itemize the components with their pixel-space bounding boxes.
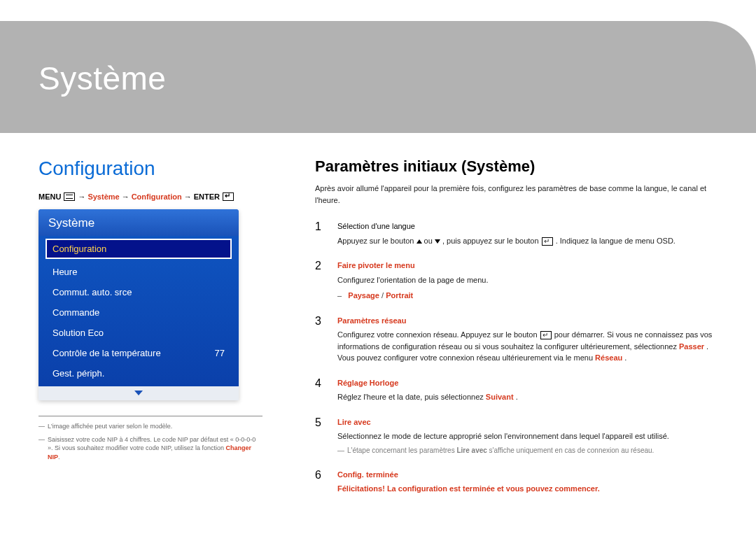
step-text: Configurez votre connexion réseau. Appuy… — [337, 329, 724, 364]
breadcrumb-menu-label: MENU — [38, 192, 61, 201]
text: . — [516, 393, 518, 401]
osd-menu-mock: Système Configuration Heure Commut. auto… — [38, 209, 239, 400]
down-arrow-icon — [435, 239, 440, 244]
dash-icon: – — [337, 291, 342, 300]
breadcrumb-arrow: → — [78, 192, 85, 201]
right-heading: Paramètres initiaux (Système) — [315, 157, 724, 176]
highlight-lire-avec: Lire avec — [456, 447, 486, 454]
step-body: Lire avec Sélectionnez le mode de lectur… — [337, 416, 724, 456]
step-title: Réglage Horloge — [337, 377, 724, 389]
left-column: Configuration MENU → Système → Configura… — [38, 157, 276, 465]
up-arrow-icon — [416, 239, 422, 244]
intro-text: Après avoir allumé l'appareil pour la pr… — [315, 183, 724, 206]
footnotes: ― L'image affichée peut varier selon le … — [38, 416, 262, 461]
step-5: 5 Lire avec Sélectionnez le mode de lect… — [315, 412, 724, 464]
step-text: Appuyez sur le bouton ou , puis appuyez … — [337, 235, 724, 247]
highlight-reseau: Réseau — [595, 353, 622, 362]
enter-icon — [540, 331, 552, 339]
step-title: Config. terminée — [337, 469, 724, 481]
osd-item-solution-eco[interactable]: Solution Eco — [46, 323, 232, 343]
step-number: 6 — [315, 469, 325, 495]
osd-item-temperature[interactable]: Contrôle de la température 77 — [46, 343, 232, 363]
text: , puis appuyez sur le bouton — [442, 237, 541, 245]
dash-icon: ― — [38, 435, 45, 462]
step-number: 2 — [315, 260, 325, 302]
footnote-body: Saisissez votre code NIP à 4 chiffres. L… — [48, 436, 255, 452]
step-number: 1 — [315, 220, 325, 246]
chapter-title: Système — [38, 59, 166, 97]
text: s'affiche uniquement en cas de connexion… — [487, 447, 654, 454]
enter-icon — [542, 237, 553, 246]
steps-list: 1 Sélection d'une langue Appuyez sur le … — [315, 216, 724, 503]
step-title: Sélection d'une langue — [337, 220, 724, 232]
highlight-suivant: Suivant — [486, 393, 514, 401]
menu-icon — [64, 192, 75, 201]
step-body: Faire pivoter le menu Configurez l'orien… — [337, 260, 724, 302]
footnote: ― L'image affichée peut varier selon le … — [38, 422, 262, 431]
step-number: 5 — [315, 416, 325, 456]
osd-item-commande[interactable]: Commande — [46, 302, 232, 323]
step-1: 1 Sélection d'une langue Appuyez sur le … — [315, 216, 724, 255]
breadcrumb: MENU → Système → Configuration → ENTER — [38, 192, 276, 201]
osd-item-heure[interactable]: Heure — [46, 262, 232, 282]
osd-item-label: Gest. périph. — [52, 368, 104, 379]
step-2: 2 Faire pivoter le menu Configurez l'ori… — [315, 255, 724, 310]
step-body: Réglage Horloge Réglez l'heure et la dat… — [337, 377, 724, 403]
breadcrumb-system: Système — [88, 192, 119, 201]
step-body: Paramètres réseau Configurez votre conne… — [337, 315, 724, 364]
osd-menu-items: Configuration Heure Commut. auto. srce C… — [38, 239, 239, 386]
step-title: Paramètres réseau — [337, 315, 724, 327]
dash-icon: ― — [337, 445, 344, 456]
osd-item-label: Contrôle de la température — [52, 348, 161, 358]
osd-menu-title: Système — [38, 209, 239, 236]
osd-item-label: Commande — [52, 307, 99, 318]
osd-item-label: Heure — [52, 267, 77, 277]
highlight-passer: Passer — [679, 342, 704, 351]
page: Système Configuration MENU → Système → C… — [0, 0, 756, 534]
footnote-tail: . — [58, 454, 60, 461]
text: . Indiquez la langue de menu OSD. — [556, 237, 676, 245]
step-text: Sélectionnez le mode de lecture appropri… — [337, 430, 724, 442]
right-column: Paramètres initiaux (Système) Après avoi… — [315, 157, 724, 503]
osd-item-commut-auto-srce[interactable]: Commut. auto. srce — [46, 282, 232, 302]
step-6: 6 Config. terminée Félicitations! La con… — [315, 464, 724, 503]
osd-item-label: Commut. auto. srce — [52, 287, 132, 297]
text: Configurez votre connexion réseau. Appuy… — [337, 330, 540, 339]
text: . — [624, 353, 626, 362]
step-4: 4 Réglage Horloge Réglez l'heure et la d… — [315, 372, 724, 412]
osd-item-value: 77 — [215, 348, 225, 358]
step-title: Faire pivoter le menu — [337, 260, 724, 272]
dash-icon: ― — [38, 422, 45, 431]
option-paysage: Paysage — [348, 291, 379, 300]
breadcrumb-arrow: → — [122, 192, 130, 201]
osd-item-gest-periph[interactable]: Gest. périph. — [46, 363, 232, 384]
step-3: 3 Paramètres réseau Configurez votre con… — [315, 310, 724, 372]
osd-item-label: Configuration — [52, 244, 106, 254]
osd-item-configuration[interactable]: Configuration — [46, 239, 232, 259]
text: L'étape concernant les paramètres — [347, 447, 456, 454]
footnote: ― Saisissez votre code NIP à 4 chiffres.… — [38, 435, 262, 462]
breadcrumb-enter-label: ENTER — [194, 192, 220, 201]
step-text: Réglez l'heure et la date, puis sélectio… — [337, 391, 724, 403]
step-number: 3 — [315, 315, 325, 364]
section-title: Configuration — [38, 157, 276, 180]
option-portrait: Portrait — [386, 291, 413, 300]
step-title: Lire avec — [337, 416, 724, 428]
enter-icon — [223, 192, 234, 201]
text: Réglez l'heure et la date, puis sélectio… — [337, 393, 486, 401]
step-subnote: ― L'étape concernant les paramètres Lire… — [337, 445, 724, 456]
breadcrumb-arrow: → — [184, 192, 192, 201]
osd-item-label: Solution Eco — [52, 328, 104, 338]
step-number: 4 — [315, 377, 325, 403]
subnote-text: L'étape concernant les paramètres Lire a… — [347, 445, 654, 456]
step-text-highlight: Félicitations! La configuration est term… — [337, 483, 724, 495]
chevron-down-icon — [134, 391, 143, 395]
footnote-text: Saisissez votre code NIP à 4 chiffres. L… — [48, 435, 262, 462]
osd-menu-scroll-down[interactable] — [38, 386, 239, 400]
breadcrumb-config: Configuration — [132, 192, 182, 201]
text: Appuyez sur le bouton — [337, 237, 416, 245]
step-body: Sélection d'une langue Appuyez sur le bo… — [337, 220, 724, 246]
step-body: Config. terminée Félicitations! La confi… — [337, 469, 724, 495]
step-text: Configurez l'orientation de la page de m… — [337, 274, 724, 286]
footnote-text: L'image affichée peut varier selon le mo… — [48, 422, 172, 431]
